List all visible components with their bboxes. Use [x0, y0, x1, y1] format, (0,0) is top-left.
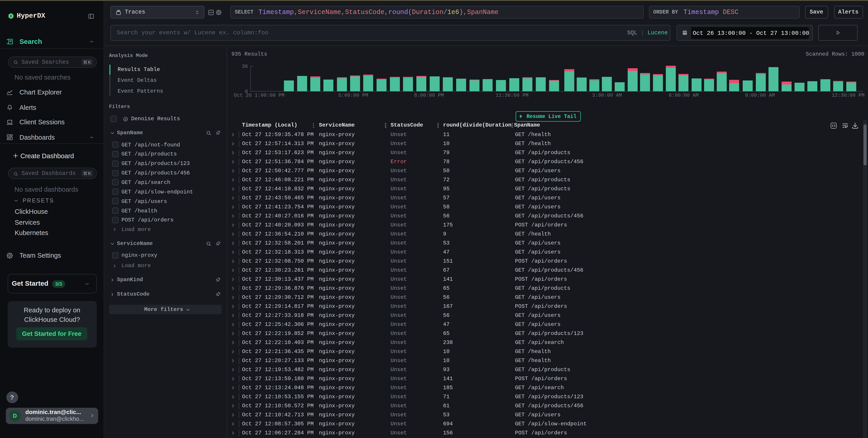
svg-text:9:00:00 AM: 9:00:00 AM — [745, 93, 775, 98]
svg-text:3:00:00 AM: 3:00:00 AM — [592, 93, 622, 98]
svg-text:6:00:00 AM: 6:00:00 AM — [669, 93, 699, 98]
svg-text:Oct 26 1:00:00 PM: Oct 26 1:00:00 PM — [234, 93, 284, 98]
svg-text:36: 36 — [242, 64, 248, 69]
svg-text:11:30:00 PM: 11:30:00 PM — [496, 93, 528, 98]
svg-text:5:00:00 PM: 5:00:00 PM — [338, 93, 368, 98]
svg-text:8:00:00 PM: 8:00:00 PM — [414, 93, 444, 98]
svg-text:12:30:00 PM: 12:30:00 PM — [832, 93, 864, 98]
